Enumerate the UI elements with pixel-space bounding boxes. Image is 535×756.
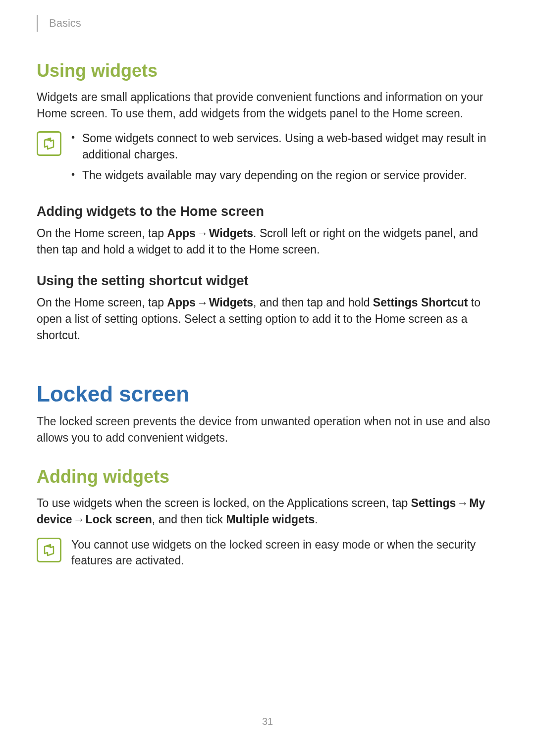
note-block-locked: You cannot use widgets on the locked scr… — [37, 537, 498, 569]
adding-widgets-home-text: On the Home screen, tap Apps → Widgets. … — [37, 225, 498, 257]
note-icon — [37, 538, 61, 562]
section-label: Basics — [49, 17, 81, 30]
setting-shortcut-widget-text: On the Home screen, tap Apps → Widgets, … — [37, 295, 498, 343]
using-widgets-intro: Widgets are small applications that prov… — [37, 89, 498, 121]
note-icon — [37, 131, 61, 156]
note-bullet-item: Some widgets connect to web services. Us… — [71, 130, 498, 162]
note-locked-text: You cannot use widgets on the locked scr… — [71, 537, 498, 569]
header-divider — [37, 15, 38, 32]
note-bullet-item: The widgets available may vary depending… — [71, 167, 498, 183]
page-number: 31 — [0, 716, 535, 727]
heading-adding-widgets-home: Adding widgets to the Home screen — [37, 204, 498, 219]
heading-setting-shortcut-widget: Using the setting shortcut widget — [37, 273, 498, 289]
heading-locked-screen: Locked screen — [37, 382, 498, 406]
locked-screen-intro: The locked screen prevents the device fr… — [37, 413, 498, 446]
heading-using-widgets: Using widgets — [37, 60, 498, 81]
page-header: Basics — [37, 15, 498, 32]
note-bullet-list: Some widgets connect to web services. Us… — [71, 130, 498, 183]
note-block-widgets: Some widgets connect to web services. Us… — [37, 130, 498, 188]
adding-widgets-locked-text: To use widgets when the screen is locked… — [37, 495, 498, 527]
heading-adding-widgets-locked: Adding widgets — [37, 466, 498, 487]
